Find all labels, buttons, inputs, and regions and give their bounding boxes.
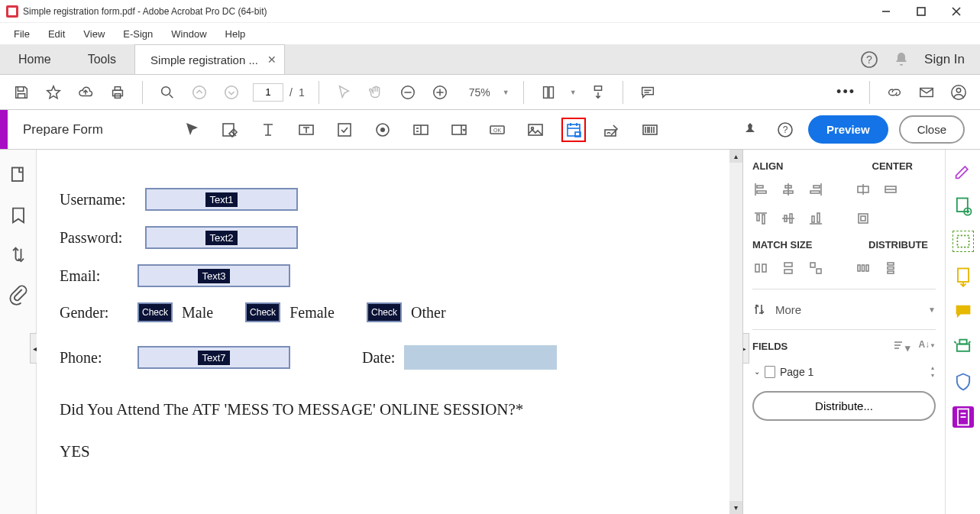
account-icon[interactable] bbox=[948, 82, 969, 103]
menu-file[interactable]: File bbox=[6, 25, 37, 43]
fields-list-icon[interactable]: ▾ bbox=[893, 339, 910, 354]
ok-button-tool-icon[interactable]: OK bbox=[485, 118, 509, 142]
tab-home[interactable]: Home bbox=[0, 44, 70, 74]
align-bottom-icon[interactable] bbox=[807, 210, 824, 227]
align-center-h-icon[interactable] bbox=[780, 181, 797, 198]
more-dots-icon[interactable]: ••• bbox=[836, 84, 855, 100]
share-link-icon[interactable] bbox=[884, 82, 905, 103]
comment-icon[interactable] bbox=[637, 82, 658, 103]
distribute-button[interactable]: Distribute... bbox=[752, 391, 936, 421]
zoom-out-icon[interactable] bbox=[397, 82, 419, 103]
list-box-tool-icon[interactable] bbox=[409, 118, 433, 142]
document-area[interactable]: Username: Text1 Password: Text2 Email: T… bbox=[37, 150, 742, 514]
page-down-icon[interactable] bbox=[221, 82, 242, 103]
match-width-icon[interactable] bbox=[752, 260, 769, 276]
create-pdf-tool-icon[interactable] bbox=[953, 196, 974, 217]
email-field[interactable]: Text3 bbox=[137, 264, 290, 287]
print-icon[interactable] bbox=[107, 82, 128, 103]
gender-check-male[interactable]: Check bbox=[137, 302, 173, 322]
edit-text-tool-icon[interactable] bbox=[218, 118, 242, 142]
chevron-down-icon[interactable]: ▼ bbox=[570, 89, 577, 96]
pointer-icon[interactable] bbox=[333, 82, 354, 103]
text-field-tool-icon[interactable] bbox=[256, 118, 280, 142]
print-production-tool-icon[interactable] bbox=[953, 336, 974, 357]
scroll-mode-icon[interactable] bbox=[587, 82, 609, 103]
protect-tool-icon[interactable] bbox=[953, 371, 974, 393]
more-dropdown[interactable]: More ▼ bbox=[752, 297, 936, 322]
username-field[interactable]: Text1 bbox=[145, 188, 298, 211]
search-icon[interactable] bbox=[157, 82, 178, 103]
save-icon[interactable] bbox=[11, 82, 32, 103]
thumbnails-icon[interactable] bbox=[8, 165, 29, 186]
tab-document[interactable]: Simple registration ... ✕ bbox=[134, 44, 285, 74]
page-current-input[interactable] bbox=[253, 83, 283, 102]
close-button[interactable]: Close bbox=[899, 115, 965, 144]
gender-check-other[interactable]: Check bbox=[367, 302, 402, 322]
text-box-tool-icon[interactable] bbox=[294, 118, 319, 142]
select-tool-icon[interactable] bbox=[180, 118, 204, 142]
menu-help[interactable]: Help bbox=[218, 25, 254, 43]
phone-field[interactable]: Text7 bbox=[137, 346, 290, 369]
star-icon[interactable] bbox=[43, 82, 64, 103]
menu-edit[interactable]: Edit bbox=[40, 25, 73, 43]
svg-rect-98 bbox=[958, 269, 969, 283]
vertical-scrollbar[interactable]: ▴ ▾ bbox=[729, 150, 742, 514]
bell-icon[interactable] bbox=[892, 50, 910, 69]
minimize-button[interactable] bbox=[868, 0, 904, 23]
scroll-up-icon[interactable]: ▴ bbox=[729, 150, 742, 163]
attachment-icon[interactable] bbox=[8, 284, 29, 305]
dropdown-tool-icon[interactable] bbox=[447, 118, 471, 142]
bookmark-icon[interactable] bbox=[8, 205, 29, 226]
maximize-button[interactable] bbox=[904, 0, 939, 23]
email-icon[interactable] bbox=[916, 82, 937, 103]
page-up-icon[interactable] bbox=[189, 82, 210, 103]
field-stepper[interactable]: ▴▾ bbox=[931, 364, 934, 379]
cloud-upload-icon[interactable] bbox=[75, 82, 96, 103]
fields-sort-icon[interactable]: A↓▼ bbox=[918, 339, 936, 354]
align-top-icon[interactable] bbox=[752, 210, 769, 227]
help-icon[interactable]: ? bbox=[860, 50, 878, 69]
layers-icon[interactable] bbox=[8, 244, 29, 266]
align-right-icon[interactable] bbox=[807, 181, 824, 198]
barcode-tool-icon[interactable] bbox=[638, 118, 662, 142]
image-tool-icon[interactable] bbox=[523, 118, 548, 142]
align-center-v-icon[interactable] bbox=[780, 210, 797, 227]
match-height-icon[interactable] bbox=[780, 260, 797, 276]
tab-tools[interactable]: Tools bbox=[70, 44, 134, 74]
distribute-h-icon[interactable] bbox=[855, 260, 872, 276]
sign-in-link[interactable]: Sign In bbox=[924, 52, 965, 67]
gender-check-female[interactable]: Check bbox=[245, 302, 280, 322]
tab-close-icon[interactable]: ✕ bbox=[267, 53, 277, 66]
close-window-button[interactable] bbox=[939, 0, 974, 23]
fit-width-icon[interactable] bbox=[538, 82, 559, 103]
export-pdf-tool-icon[interactable] bbox=[953, 231, 974, 252]
zoom-dropdown[interactable]: 75% ▼ bbox=[461, 85, 509, 100]
match-both-icon[interactable] bbox=[807, 260, 824, 276]
scroll-down-icon[interactable]: ▾ bbox=[729, 501, 742, 514]
menu-view[interactable]: View bbox=[76, 25, 112, 43]
collapse-right-handle[interactable]: ▶ bbox=[742, 333, 749, 364]
help-circle-icon[interactable]: ? bbox=[773, 118, 797, 142]
menu-window[interactable]: Window bbox=[163, 25, 214, 43]
center-both-icon[interactable] bbox=[855, 210, 872, 227]
checkbox-tool-icon[interactable] bbox=[332, 118, 357, 142]
password-field[interactable]: Text2 bbox=[145, 226, 298, 249]
align-left-icon[interactable] bbox=[752, 181, 769, 198]
preview-button[interactable]: Preview bbox=[808, 115, 888, 144]
sticky-note-tool-icon[interactable] bbox=[953, 301, 974, 322]
center-vertical-icon[interactable] bbox=[882, 181, 899, 198]
distribute-v-icon[interactable] bbox=[882, 260, 899, 276]
signature-tool-icon[interactable] bbox=[600, 118, 624, 142]
center-horizontal-icon[interactable] bbox=[855, 181, 872, 198]
radio-tool-icon[interactable] bbox=[370, 118, 395, 142]
menu-esign[interactable]: E-Sign bbox=[115, 25, 160, 43]
hand-icon[interactable] bbox=[365, 82, 387, 103]
edit-pdf-tool-icon[interactable] bbox=[953, 160, 974, 182]
zoom-in-icon[interactable] bbox=[429, 82, 451, 103]
prepare-form-tool-icon[interactable] bbox=[953, 406, 974, 428]
pin-icon[interactable] bbox=[738, 118, 762, 142]
fields-tree-page[interactable]: ⌄ Page 1 ▴▾ bbox=[752, 361, 936, 382]
organize-pages-tool-icon[interactable] bbox=[953, 266, 974, 287]
date-field[interactable] bbox=[404, 345, 557, 370]
date-field-tool-icon[interactable] bbox=[561, 118, 586, 142]
